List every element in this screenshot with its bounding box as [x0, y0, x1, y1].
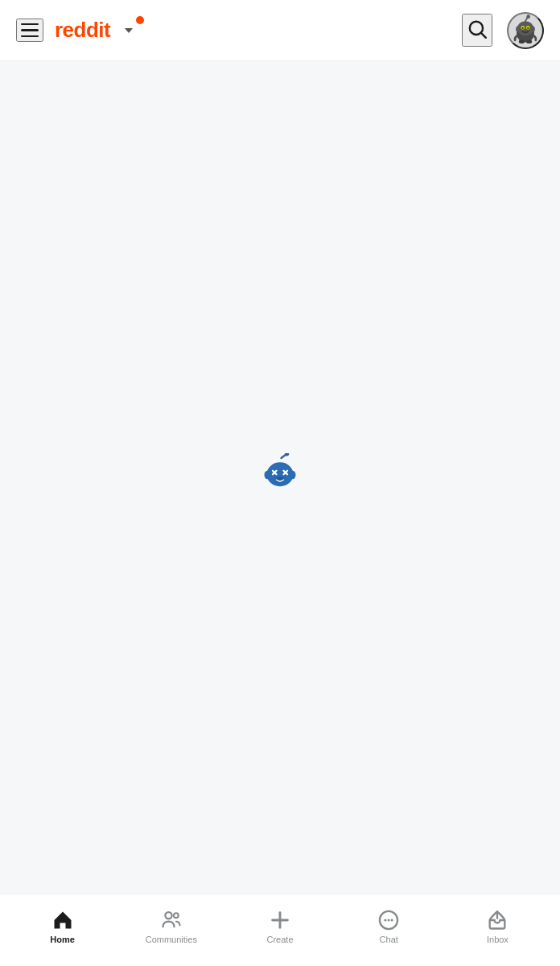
tab-communities[interactable]: Communities	[117, 902, 225, 951]
svg-point-9	[527, 27, 529, 28]
chevron-down-icon	[125, 28, 133, 33]
loading-snoo-icon	[256, 453, 304, 502]
home-icon	[51, 909, 74, 931]
svg-point-11	[526, 14, 530, 19]
reddit-logo[interactable]: reddit	[55, 18, 133, 43]
notification-dot	[136, 16, 144, 24]
tab-create[interactable]: Create	[225, 902, 334, 951]
svg-point-17	[265, 471, 271, 480]
main-content	[0, 61, 560, 894]
communities-icon	[160, 909, 183, 931]
bottom-navigation: Home Communities Create	[0, 894, 560, 966]
svg-point-18	[290, 471, 296, 480]
tab-communities-label: Communities	[146, 935, 197, 944]
svg-point-4	[516, 26, 520, 31]
svg-point-5	[530, 26, 534, 31]
hamburger-button[interactable]	[16, 19, 43, 43]
loading-indicator	[256, 453, 304, 502]
svg-point-29	[385, 919, 387, 921]
tab-home[interactable]: Home	[8, 902, 117, 951]
snoo-avatar-icon	[509, 12, 542, 49]
tab-create-label: Create	[266, 935, 293, 944]
svg-point-12	[519, 39, 525, 43]
search-icon	[467, 19, 488, 39]
tab-chat[interactable]: Chat	[335, 902, 443, 951]
svg-point-25	[174, 913, 179, 918]
tab-home-label: Home	[50, 935, 75, 944]
svg-line-1	[481, 33, 486, 38]
search-button[interactable]	[462, 14, 492, 47]
chat-icon	[377, 909, 400, 931]
svg-point-24	[165, 912, 171, 919]
nav-left: reddit	[16, 18, 133, 43]
tab-inbox[interactable]: Inbox	[443, 902, 552, 951]
svg-point-8	[522, 27, 524, 28]
user-avatar-button[interactable]	[507, 12, 544, 49]
svg-point-30	[388, 919, 390, 921]
top-navigation: reddit	[0, 0, 560, 61]
svg-point-13	[526, 39, 532, 43]
svg-point-31	[391, 919, 393, 921]
tab-chat-label: Chat	[380, 935, 398, 944]
tab-inbox-label: Inbox	[487, 935, 509, 944]
reddit-wordmark: reddit	[55, 18, 110, 43]
create-icon	[269, 909, 291, 931]
nav-right	[462, 12, 544, 49]
inbox-icon	[486, 909, 509, 931]
